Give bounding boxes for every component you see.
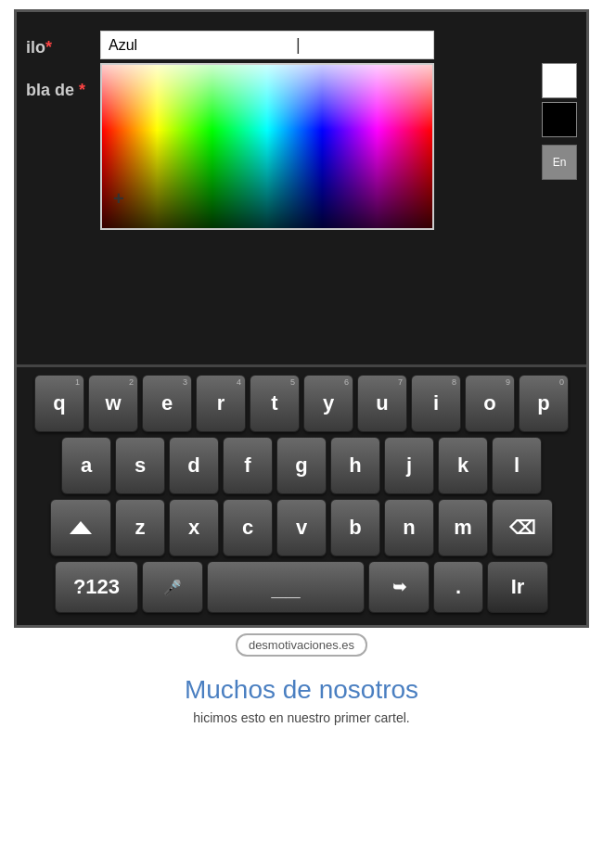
numbers-key[interactable]: ?123 (55, 561, 138, 613)
keyboard-section: 1q 2w 3e 4r 5t 6y 7u 8i (17, 364, 586, 625)
white-swatch[interactable] (542, 63, 577, 98)
period-key[interactable]: . (433, 561, 483, 613)
space-key[interactable]: __ (207, 561, 365, 613)
key-e[interactable]: 3e (142, 375, 192, 432)
shift-icon (70, 521, 92, 534)
website-tag: desmotivaciones.es (236, 633, 367, 657)
key-x[interactable]: x (169, 499, 219, 556)
key-l[interactable]: l (492, 437, 542, 494)
key-d[interactable]: d (169, 437, 219, 494)
delete-icon: ⌫ (509, 517, 535, 539)
crosshair-icon: + (113, 188, 124, 210)
color-spectrum[interactable]: + (100, 63, 434, 230)
black-swatch[interactable] (542, 102, 577, 137)
key-r[interactable]: 4r (196, 375, 246, 432)
key-m[interactable]: m (438, 499, 488, 556)
key-u[interactable]: 7u (357, 375, 407, 432)
top-section: ilo* bla de * | + En (17, 12, 586, 364)
left-labels: ilo* bla de * (26, 31, 85, 107)
key-w[interactable]: 2w (88, 375, 138, 432)
key-n[interactable]: n (384, 499, 434, 556)
key-v[interactable]: v (276, 499, 327, 556)
right-panel: En (542, 63, 577, 180)
key-t[interactable]: 5t (250, 375, 300, 432)
color-picker-container: | + En (100, 21, 577, 230)
key-s[interactable]: s (115, 437, 165, 494)
key-q[interactable]: 1q (34, 375, 84, 432)
shift-key[interactable] (50, 499, 111, 556)
spectrum-overlay (102, 65, 432, 228)
delete-key[interactable]: ⌫ (492, 499, 553, 556)
caption-subtitle: hicimos esto en nuestro primer cartel. (32, 710, 571, 725)
space-icon: __ (271, 572, 300, 602)
key-j[interactable]: j (384, 437, 434, 494)
arrow-key[interactable]: ➥ (368, 561, 430, 613)
microphone-icon: 🎤 (163, 579, 182, 596)
key-a[interactable]: a (61, 437, 111, 494)
label-bla: bla de * (26, 73, 85, 107)
key-h[interactable]: h (330, 437, 380, 494)
label-ilo: ilo* (26, 31, 85, 64)
enter-arrow-icon: ➥ (392, 577, 406, 597)
key-k[interactable]: k (438, 437, 488, 494)
color-text-input[interactable] (109, 37, 294, 54)
key-f[interactable]: f (223, 437, 273, 494)
key-o[interactable]: 9o (465, 375, 515, 432)
keyboard-row-4: ?123 🎤 __ ➥ . Ir (21, 561, 582, 613)
enter-button[interactable]: En (542, 145, 577, 180)
color-input-bar: | (100, 31, 434, 59)
key-c[interactable]: c (223, 499, 273, 556)
key-i[interactable]: 8i (411, 375, 461, 432)
microphone-key[interactable]: 🎤 (142, 561, 203, 613)
key-g[interactable]: g (276, 437, 327, 494)
caption-title: Muchos de nosotros (32, 675, 571, 705)
keyboard-row-1: 1q 2w 3e 4r 5t 6y 7u 8i (21, 375, 582, 432)
key-b[interactable]: b (330, 499, 380, 556)
keyboard-row-3: z x c v b n m ⌫ (21, 499, 582, 556)
key-p[interactable]: 0p (519, 375, 569, 432)
keyboard-row-2: a s d f g h j k l (21, 437, 582, 494)
main-container: ilo* bla de * | + En (14, 9, 589, 628)
go-key[interactable]: Ir (487, 561, 548, 613)
caption-area: Muchos de nosotros hicimos esto en nuest… (14, 662, 589, 744)
key-y[interactable]: 6y (303, 375, 353, 432)
key-z[interactable]: z (115, 499, 165, 556)
